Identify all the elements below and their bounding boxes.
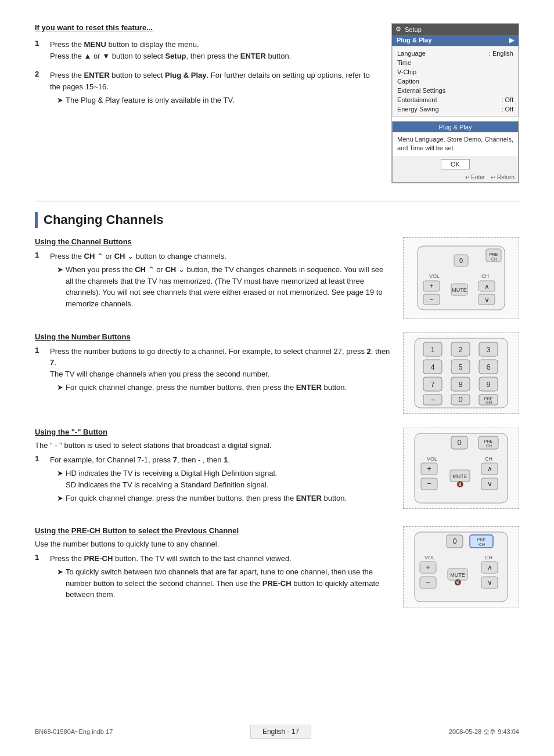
- svg-text:−: −: [427, 479, 431, 488]
- remote-ch-buttons: VOL CH + − ∧ ∨ 0: [403, 237, 519, 319]
- section-divider: [35, 201, 519, 201]
- prech-step-1-num: 1: [35, 553, 44, 601]
- menu-item-language: Language: English: [393, 49, 518, 58]
- remote-prech-svg: 0 PRE ·CH VOL CH + −: [412, 529, 510, 605]
- reset-step-2: 2 Press the ENTER button to select Plug …: [35, 70, 374, 106]
- footer-right: 2008-05-28 오후 9:43:04: [449, 728, 519, 736]
- menu-item-vchip: V-Chip: [393, 67, 518, 77]
- svg-text:0: 0: [459, 257, 463, 264]
- page-footer: BN68-01580A~Eng.indb 17 English - 17 200…: [0, 725, 554, 739]
- step-1-num: 1: [35, 39, 44, 62]
- reset-section: If you want to reset this feature... 1 P…: [35, 23, 519, 183]
- dash-intro: The " - " button is used to select stati…: [35, 441, 391, 450]
- svg-text:VOL: VOL: [427, 456, 437, 462]
- popup-enter-label: ↵ Enter: [465, 174, 485, 180]
- popup-title: Plug & Play: [393, 122, 518, 132]
- menu-item-energy: Energy Saving: Off: [393, 104, 518, 114]
- step-2-note: ➤ The Plug & Play feature is only availa…: [50, 95, 374, 106]
- setup-icon: ⚙: [395, 26, 401, 33]
- svg-text:CH: CH: [485, 456, 492, 462]
- dash-step-1: 1 For example, for Channel 7-1, press 7,…: [35, 454, 391, 504]
- svg-text:9: 9: [486, 380, 490, 389]
- svg-text:CH: CH: [485, 555, 492, 560]
- svg-text:∨: ∨: [487, 480, 492, 488]
- plug-play-row: Plug & Play ▶: [392, 35, 519, 46]
- channel-step-1-content: Press the CH ⌃ or CH ⌄ button to change …: [50, 251, 391, 310]
- svg-text:2: 2: [458, 345, 462, 354]
- svg-text:+: +: [427, 464, 431, 473]
- number-step-1-content: Press the number buttons to go directly …: [50, 346, 391, 393]
- svg-text:🔇: 🔇: [456, 480, 464, 488]
- prech-step-1-content: Press the PRE-CH button. The TV will swi…: [50, 553, 391, 601]
- dash-note-1: ➤ HD indicates the TV is receiving a Dig…: [50, 468, 391, 490]
- menu-item-entertainment: Entertainment: Off: [393, 95, 518, 104]
- menu-items: Language: English Time V-Chip Caption Ex…: [392, 46, 519, 117]
- remote-num-buttons: 1 2 3 4 5 6 7 8: [403, 332, 519, 414]
- plug-play-label: Plug & Play: [397, 37, 432, 44]
- svg-text:8: 8: [458, 380, 462, 389]
- svg-text:−: −: [430, 396, 434, 404]
- prech-step-1: 1 Press the PRE-CH button. The TV will s…: [35, 553, 391, 601]
- svg-text:7: 7: [430, 380, 434, 389]
- dash-button-section: Using the "-" Button The " - " button is…: [35, 428, 519, 512]
- dash-note-2: ➤ For quick channel change, press the nu…: [50, 493, 391, 504]
- prech-button-text: Using the PRE-CH Button to select the Pr…: [35, 526, 391, 609]
- svg-text:−: −: [429, 295, 433, 303]
- number-step-1-num: 1: [35, 346, 44, 393]
- menu-item-external: External Settings: [393, 86, 518, 95]
- menu-header-label: Setup: [405, 26, 422, 33]
- popup-ok-button[interactable]: OK: [441, 159, 470, 169]
- svg-text:MUTE: MUTE: [452, 287, 467, 293]
- popup-return-label: ↩ Return: [491, 174, 515, 180]
- page: If you want to reset this feature... 1 P…: [0, 0, 554, 756]
- reset-step-1: 1 Press the MENU button to display the m…: [35, 39, 374, 62]
- svg-text:MUTE: MUTE: [450, 572, 465, 578]
- svg-text:·CH: ·CH: [485, 444, 492, 448]
- svg-text:∨: ∨: [484, 296, 490, 304]
- svg-text:4: 4: [430, 363, 434, 371]
- section-bar: [35, 212, 38, 228]
- number-note-1: ➤ For quick channel change, press the nu…: [50, 382, 391, 393]
- svg-text:6: 6: [486, 363, 490, 371]
- dash-step-1-content: For example, for Channel 7-1, press 7, t…: [50, 454, 391, 504]
- menu-item-time: Time: [393, 58, 518, 67]
- svg-text:∧: ∧: [484, 283, 490, 291]
- number-buttons-title: Using the Number Buttons: [35, 332, 391, 341]
- plug-play-popup: Plug & Play Menu Language, Store Demo, C…: [392, 121, 519, 183]
- prech-button-remote: 0 PRE ·CH VOL CH + −: [403, 526, 519, 609]
- remote-prech-box: 0 PRE ·CH VOL CH + −: [403, 526, 519, 607]
- svg-text:PRE: PRE: [484, 439, 493, 443]
- svg-text:🔇: 🔇: [454, 578, 462, 586]
- svg-text:∨: ∨: [487, 578, 492, 587]
- svg-text:1: 1: [430, 345, 434, 354]
- dash-step-1-num: 1: [35, 454, 44, 504]
- step-2-content: Press the ENTER button to select Plug & …: [50, 70, 374, 106]
- number-step-1: 1 Press the number buttons to go directl…: [35, 346, 391, 393]
- svg-text:VOL: VOL: [425, 555, 435, 560]
- svg-text:+: +: [429, 282, 433, 290]
- dash-button-text: Using the "-" Button The " - " button is…: [35, 428, 391, 512]
- footer-left: BN68-01580A~Eng.indb 17: [35, 728, 113, 735]
- svg-text:+: +: [426, 563, 430, 571]
- step-1-content: Press the MENU button to display the men…: [50, 39, 374, 62]
- svg-text:5: 5: [458, 363, 462, 371]
- prech-button-title: Using the PRE-CH Button to select the Pr…: [35, 526, 391, 535]
- svg-text:∧: ∧: [487, 465, 492, 473]
- svg-text:MUTE: MUTE: [452, 473, 467, 479]
- svg-text:3: 3: [486, 345, 490, 354]
- number-buttons-section: Using the Number Buttons 1 Press the num…: [35, 332, 519, 414]
- reset-text: If you want to reset this feature... 1 P…: [35, 23, 374, 183]
- popup-footer: ↵ Enter ↩ Return: [393, 172, 518, 182]
- menu-header: ⚙ Setup: [392, 24, 519, 35]
- popup-ok-area: OK: [393, 156, 518, 172]
- dash-button-title: Using the "-" Button: [35, 428, 391, 436]
- channel-note-1: ➤ When you press the CH ⌃ or CH ⌄ button…: [50, 264, 391, 309]
- remote-dash-svg: 0 PRE ·CH VOL CH + −: [412, 431, 510, 506]
- section-title: Changing Channels: [44, 212, 164, 227]
- prech-intro: Use the number buttons to quickly tune t…: [35, 540, 391, 548]
- prech-button-section: Using the PRE-CH Button to select the Pr…: [35, 526, 519, 609]
- prech-note-1: ➤ To quickly switch between two channels…: [50, 566, 391, 601]
- svg-text:PRE: PRE: [477, 538, 486, 542]
- footer-center: English - 17: [250, 725, 311, 739]
- channel-buttons-title: Using the Channel Buttons: [35, 237, 391, 246]
